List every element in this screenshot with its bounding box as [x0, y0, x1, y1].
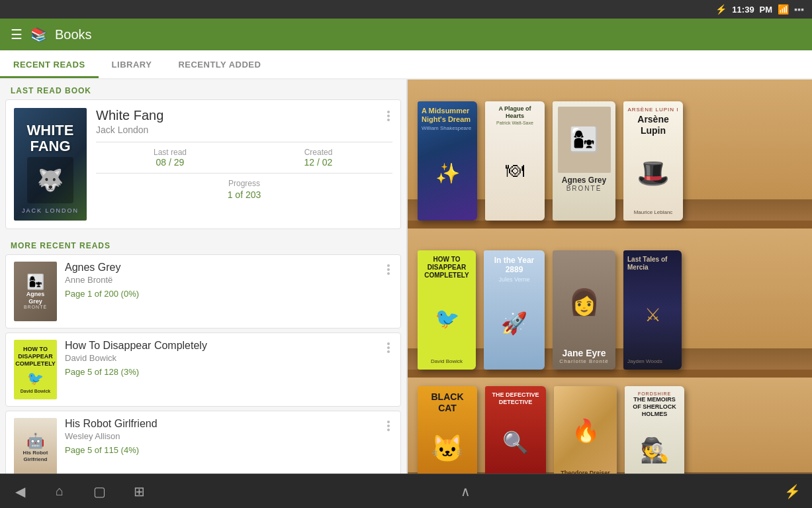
last-read-title: LAST READ BOOK	[0, 79, 406, 99]
dot2	[387, 115, 390, 117]
last-read-label: Last read	[154, 148, 187, 157]
agnes-grey-cover: 👩‍👧 AgnesGrey BRONTË	[14, 262, 57, 321]
app-title: Books	[55, 27, 92, 42]
list-book-author: Anne Brontë	[65, 275, 377, 285]
agnes-dots-menu[interactable]	[384, 262, 392, 278]
book-meta-grid: Last read 08 / 29 Created 12 / 02	[96, 148, 392, 168]
list-book-title: Agnes Grey	[65, 262, 377, 274]
list-book-info: His Robot Girlfriend Wesley Allison Page…	[65, 418, 377, 455]
hamburger-icon[interactable]: ☰	[11, 26, 23, 42]
book-midsummer-nights-dream[interactable]: A Midsummer Night's Dream William Shakes…	[418, 101, 477, 221]
cover-wolf-icon: 🐺	[27, 157, 73, 203]
last-read-book-author: Jack London	[96, 125, 392, 135]
book-art	[501, 283, 527, 364]
bottom-nav-bar: ◀ ⌂ ▢ ⊞ ∧ ⚡	[0, 474, 812, 508]
more-reads-section: MORE RECENT READS 👩‍👧 AgnesGrey BRONTË A…	[0, 234, 406, 474]
shelf-row-3: BLACK CAT 🐱 THE DEFECTIVE DETECTIVE 🔍 th…	[408, 378, 812, 474]
book-author: Jayden Woods	[627, 358, 678, 364]
list-item[interactable]: HOW TODISAPPEARCOMPLETELY 🐦 David Bowick…	[5, 332, 401, 407]
back-icon: ◀	[15, 483, 25, 499]
qr-icon: ⊞	[134, 483, 145, 499]
dot3	[387, 272, 390, 275]
dot1	[387, 421, 390, 423]
list-book-info: Agnes Grey Anne Brontë Page 1 of 200 (0%…	[65, 262, 377, 299]
book-sherlock-holmes[interactable]: FORDSHIRE THE MEMOIRS OF SHERLOCK HOLMES…	[625, 386, 684, 474]
dot2	[387, 268, 390, 271]
book-dreiser[interactable]: 🔥 Theodore Dreiser The Carrier...	[554, 386, 617, 474]
signal-icon: ▪▪▪	[794, 4, 804, 15]
bookshelf-panel: A Midsummer Night's Dream William Shakes…	[408, 79, 812, 474]
book-author: Patrick Watt-Saxe	[489, 121, 541, 125]
book-plague-of-hearts[interactable]: A Plague of Hearts Patrick Watt-Saxe	[485, 101, 545, 221]
list-item[interactable]: 🤖 His RobotGirlfriend His Robot Girlfrie…	[5, 411, 401, 474]
progress-value: 1 of 203	[228, 189, 261, 200]
meta-created: Created 12 / 02	[244, 148, 392, 168]
progress-label: Progress	[228, 179, 260, 188]
clock-ampm: PM	[760, 5, 773, 15]
book-art	[558, 107, 611, 173]
book-title: HOW TO DISAPPEAR COMPLETELY	[422, 256, 472, 279]
book-art: 🔍	[502, 406, 529, 474]
book-title: In the Year 2889	[488, 256, 541, 275]
book-art	[568, 256, 600, 348]
tab-recent-reads[interactable]: RECENT READS	[0, 50, 99, 78]
tab-recently-added[interactable]: RECENTLY ADDED	[165, 50, 274, 78]
book-title: A Plague of Hearts	[489, 105, 541, 120]
book-jane-eyre[interactable]: Jane Eyre Charlotte Brontë	[553, 250, 615, 370]
book-agnes-grey[interactable]: Agnes Grey BRONTË	[553, 101, 615, 221]
recent-apps-icon: ▢	[93, 483, 106, 499]
book-art: 🐦	[435, 279, 459, 357]
last-read-dots-menu[interactable]	[384, 108, 392, 124]
book-year-2889[interactable]: In the Year 2889 Jules Verne	[484, 250, 545, 370]
book-author: Jules Verne	[498, 276, 529, 283]
dot3	[387, 119, 390, 121]
book-author: Maurice Leblanc	[634, 209, 673, 215]
book-author: William Shakespeare	[422, 125, 473, 131]
home-icon: ⌂	[56, 483, 64, 499]
shelf-row-1: A Midsummer Night's Dream William Shakes…	[408, 79, 812, 229]
dot3	[387, 350, 390, 353]
list-book-progress: Page 1 of 200 (0%)	[65, 289, 377, 299]
list-book-title: His Robot Girlfriend	[65, 418, 377, 430]
center-nav-button[interactable]: ∧	[446, 478, 486, 505]
book-black-cat[interactable]: BLACK CAT 🐱	[418, 386, 477, 474]
book-title: Last Tales of Mercia	[627, 256, 678, 272]
list-book-info: How To Disappear Completely David Bowick…	[65, 340, 377, 377]
usb-icon: ⚡	[784, 483, 801, 499]
book-author: BRONTË	[566, 185, 602, 192]
book-title: BLACK CAT	[422, 391, 473, 414]
book-author: Charlotte Brontë	[559, 358, 608, 364]
tab-library[interactable]: LIBRARY	[99, 50, 165, 78]
back-button[interactable]: ◀	[0, 478, 40, 505]
disappear-dots-menu[interactable]	[384, 340, 392, 356]
book-title: A Midsummer Night's Dream	[422, 107, 473, 124]
cover-title-text: WHITEFANG	[27, 123, 74, 154]
book-disappear-completely[interactable]: HOW TO DISAPPEAR COMPLETELY 🐦 David Bowi…	[418, 250, 476, 370]
meta-last-read: Last read 08 / 29	[96, 148, 244, 168]
created-label: Created	[304, 148, 333, 157]
wifi-icon: 📶	[778, 4, 789, 15]
list-item[interactable]: 👩‍👧 AgnesGrey BRONTË Agnes Grey Anne Bro…	[5, 254, 401, 329]
home-button[interactable]: ⌂	[40, 478, 79, 505]
last-read-section: LAST READ BOOK WHITEFANG 🐺 JACK LONDON W…	[0, 79, 406, 229]
book-art: 🔥	[572, 391, 600, 470]
book-series: FORDSHIRE	[638, 391, 671, 396]
book-defective-detective[interactable]: THE DEFECTIVE DETECTIVE 🔍 the curious ca…	[485, 386, 546, 474]
divider	[96, 142, 392, 142]
book-series: ARSÈNE LUPIN I	[627, 107, 678, 113]
last-read-info: White Fang Jack London Last read 08 / 29…	[96, 108, 392, 221]
book-art: 🐱	[431, 414, 464, 474]
book-last-tales-mercia[interactable]: Last Tales of Mercia Jayden Woods	[623, 250, 682, 370]
list-book-author: Wesley Allison	[65, 431, 377, 441]
book-title: Arsène Lupin	[627, 114, 679, 136]
charge-indicator: ⚡	[772, 478, 812, 505]
qr-button[interactable]: ⊞	[119, 478, 159, 505]
robot-dots-menu[interactable]	[384, 418, 392, 434]
book-arsene-lupin[interactable]: ARSÈNE LUPIN I Arsène Lupin Maurice Lebl…	[623, 101, 683, 221]
book-art	[637, 138, 670, 209]
list-book-title: How To Disappear Completely	[65, 340, 377, 352]
recent-apps-button[interactable]: ▢	[79, 478, 119, 505]
book-art	[422, 131, 473, 215]
last-read-card[interactable]: WHITEFANG 🐺 JACK LONDON White Fang Jack …	[5, 99, 401, 229]
books-icon: 📚	[30, 26, 47, 42]
